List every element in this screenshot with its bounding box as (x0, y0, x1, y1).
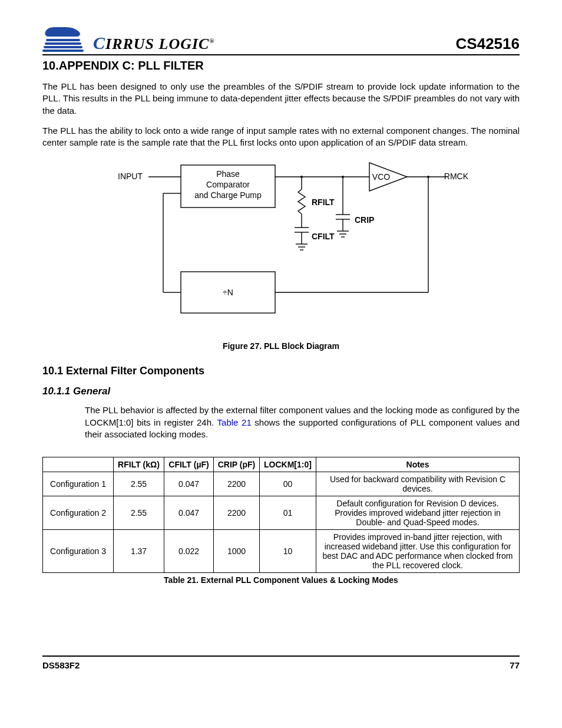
table-21-link[interactable]: Table 21 (217, 417, 252, 427)
svg-rect-3 (42, 50, 84, 52)
logo-text: CIRRUS LOGIC® (93, 33, 215, 53)
subsubsection-heading: 10.1.1 General (42, 386, 520, 397)
col-lockm: LOCKM[1:0] (260, 457, 316, 472)
page-number: 77 (510, 660, 520, 670)
subsection-heading: 10.1 External Filter Components (42, 365, 520, 377)
table-caption: Table 21. External PLL Component Values … (42, 575, 520, 585)
diagram-input-label: INPUT (118, 172, 143, 181)
svg-text:Comparator: Comparator (206, 180, 250, 189)
product-number: CS42516 (456, 35, 520, 53)
svg-text:VCO: VCO (372, 172, 390, 182)
table-row: Configuration 2 2.55 0.047 2200 01 Defau… (43, 496, 520, 530)
table-header-row: RFILT (kΩ) CFILT (µF) CRIP (pF) LOCKM[1:… (43, 457, 520, 472)
logo: CIRRUS LOGIC® (42, 22, 215, 53)
svg-text:RMCK: RMCK (444, 172, 469, 181)
table-row: Configuration 3 1.37 0.022 1000 10 Provi… (43, 530, 520, 573)
svg-text:and Charge Pump: and Charge Pump (194, 190, 262, 200)
pll-config-table: RFILT (kΩ) CFILT (µF) CRIP (pF) LOCKM[1:… (42, 457, 520, 573)
cirrus-logo-icon (42, 22, 88, 53)
pll-block-diagram: .lbl { font-family: Arial, sans-serif; f… (92, 157, 470, 335)
svg-text:Phase: Phase (216, 169, 240, 179)
paragraph-2: The PLL has the ability to lock onto a w… (42, 125, 520, 149)
svg-text:RFILT: RFILT (312, 197, 335, 207)
svg-text:CFILT: CFILT (312, 232, 335, 241)
svg-text:÷N: ÷N (223, 288, 233, 297)
svg-text:CRIP: CRIP (355, 215, 374, 225)
svg-rect-0 (46, 39, 80, 41)
page-footer: DS583F2 77 (42, 655, 520, 670)
svg-rect-1 (45, 42, 81, 45)
table-row: Configuration 1 2.55 0.047 2200 00 Used … (43, 472, 520, 496)
section-heading: 10.APPENDIX C: PLL FILTER (42, 59, 520, 73)
col-rfilt: RFILT (kΩ) (114, 457, 164, 472)
page-header: CIRRUS LOGIC® CS42516 (42, 22, 520, 55)
col-notes: Notes (316, 457, 520, 472)
col-blank (43, 457, 114, 472)
figure-caption: Figure 27. PLL Block Diagram (42, 341, 520, 351)
doc-id: DS583F2 (42, 660, 80, 670)
svg-rect-2 (44, 46, 82, 48)
paragraph-1: The PLL has been designed to only use th… (42, 81, 520, 117)
col-cfilt: CFILT (µF) (164, 457, 214, 472)
general-paragraph: The PLL behavior is affected by the exte… (85, 404, 520, 440)
col-crip: CRIP (pF) (214, 457, 260, 472)
